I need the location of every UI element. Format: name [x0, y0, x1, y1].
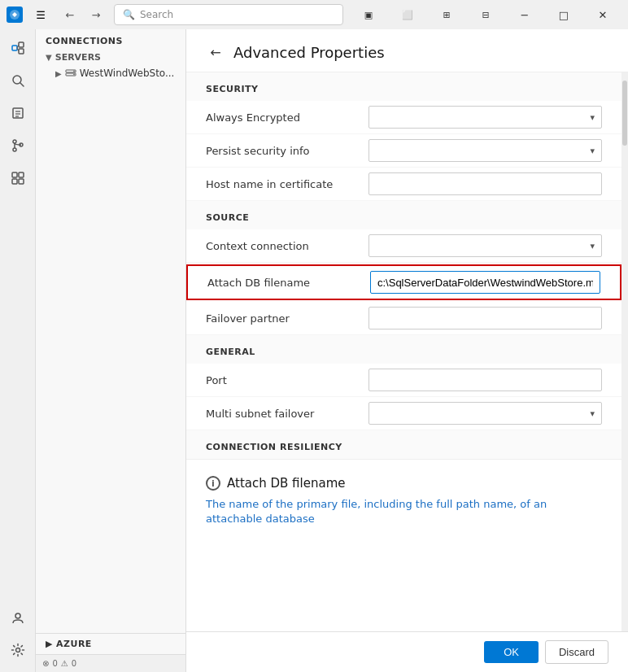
- always-encrypted-control: ▾: [369, 106, 602, 129]
- maximize-button[interactable]: □: [545, 0, 582, 29]
- git-activity-item[interactable]: [2, 130, 33, 161]
- azure-chevron-icon: ▶: [46, 639, 53, 649]
- layout-button[interactable]: ⊞: [428, 0, 465, 29]
- footer-bar: OK Discard: [186, 631, 628, 672]
- context-connection-select[interactable]: ▾: [369, 234, 602, 257]
- extensions-activity-item[interactable]: [2, 163, 33, 194]
- scrollbar[interactable]: [621, 72, 628, 631]
- info-icon-text: i: [212, 478, 215, 489]
- warning-icon: ⚠: [61, 659, 68, 668]
- info-section: i Attach DB filename The name of the pri…: [186, 459, 621, 539]
- grid-button[interactable]: ⊟: [467, 0, 504, 29]
- server-item[interactable]: ▶ WestWindWebSto...: [36, 65, 185, 81]
- discard-button[interactable]: Discard: [545, 640, 608, 664]
- servers-tree-item[interactable]: ▼ SERVERS: [36, 50, 185, 65]
- info-description: The name of the primary file, including …: [206, 497, 602, 526]
- always-encrypted-select[interactable]: ▾: [369, 106, 602, 129]
- servers-label: SERVERS: [55, 52, 101, 63]
- security-section-header: SECURITY: [186, 72, 621, 101]
- context-connection-label: Context connection: [206, 240, 369, 252]
- search-activity-item[interactable]: [2, 65, 33, 96]
- info-title-text: Attach DB filename: [227, 476, 345, 491]
- svg-point-13: [13, 148, 16, 151]
- error-count: 0: [52, 659, 57, 668]
- explorer-activity-item[interactable]: [2, 98, 33, 129]
- connections-activity-item[interactable]: [2, 33, 33, 63]
- server-chevron-icon: ▶: [55, 69, 62, 78]
- svg-rect-18: [19, 179, 24, 184]
- minimize-button[interactable]: −: [506, 0, 543, 29]
- hostname-certificate-label: Host name in certificate: [206, 178, 369, 190]
- hostname-certificate-input[interactable]: [369, 172, 602, 195]
- forward-nav-button[interactable]: →: [85, 3, 107, 26]
- context-connection-control: ▾: [369, 234, 602, 257]
- servers-chevron-icon: ▼: [46, 53, 52, 62]
- source-section-header: SOURCE: [186, 201, 621, 229]
- svg-rect-1: [12, 46, 17, 50]
- svg-rect-3: [19, 49, 24, 54]
- sidebar: CONNECTIONS ▼ SERVERS ▶ WestWindWebSto..…: [36, 29, 186, 672]
- general-section-header: GENERAL: [186, 335, 621, 364]
- hamburger-menu[interactable]: ☰: [29, 3, 52, 26]
- activity-bar-bottom: [2, 602, 33, 672]
- search-placeholder-text: Search: [140, 9, 173, 20]
- main-content: ← Advanced Properties SECURITY Always En…: [186, 29, 628, 672]
- page-title: Advanced Properties: [233, 44, 385, 61]
- always-encrypted-row: Always Encrypted ▾: [186, 101, 621, 134]
- persist-security-select[interactable]: ▾: [369, 139, 602, 162]
- svg-point-24: [73, 74, 75, 76]
- info-title-row: i Attach DB filename: [206, 476, 602, 491]
- activity-bar: [0, 29, 36, 672]
- failover-partner-input[interactable]: [369, 307, 602, 329]
- attach-db-filename-row: Attach DB filename: [186, 264, 621, 300]
- close-button[interactable]: ✕: [584, 0, 621, 29]
- context-connection-row: Context connection ▾: [186, 229, 621, 263]
- connection-resiliency-header: CONNECTION RESILIENCY: [186, 430, 621, 459]
- attach-db-filename-label: Attach DB filename: [207, 277, 370, 289]
- svg-rect-16: [19, 172, 24, 177]
- svg-point-20: [15, 648, 20, 652]
- port-input[interactable]: [369, 369, 602, 391]
- split-editor-button[interactable]: ⬜: [389, 0, 426, 29]
- azure-label: AZURE: [56, 639, 92, 649]
- always-encrypted-arrow-icon: ▾: [590, 112, 595, 123]
- search-bar[interactable]: 🔍 Search: [114, 4, 343, 25]
- multi-subnet-control: ▾: [369, 402, 602, 425]
- multi-subnet-label: Multi subnet failover: [206, 408, 369, 420]
- hostname-certificate-row: Host name in certificate: [186, 168, 621, 201]
- app-body: CONNECTIONS ▼ SERVERS ▶ WestWindWebSto..…: [0, 29, 628, 672]
- svg-rect-17: [12, 179, 17, 184]
- context-connection-arrow-icon: ▾: [590, 241, 595, 251]
- persist-security-arrow-icon: ▾: [590, 146, 595, 156]
- back-button[interactable]: ←: [206, 42, 225, 62]
- warning-count: 0: [72, 659, 76, 668]
- toggle-panel-button[interactable]: ▣: [350, 0, 387, 29]
- failover-partner-row: Failover partner: [186, 302, 621, 335]
- info-icon: i: [206, 476, 220, 491]
- svg-line-7: [20, 83, 24, 86]
- always-encrypted-label: Always Encrypted: [206, 111, 369, 124]
- failover-partner-control: [369, 307, 602, 329]
- port-control: [369, 369, 602, 391]
- azure-section[interactable]: ▶ AZURE: [36, 633, 185, 654]
- multi-subnet-select[interactable]: ▾: [369, 402, 602, 425]
- failover-partner-label: Failover partner: [206, 312, 369, 325]
- settings-activity-item[interactable]: [2, 635, 33, 665]
- svg-point-19: [15, 613, 20, 618]
- attach-db-filename-input[interactable]: [370, 271, 600, 294]
- server-name: WestWindWebSto...: [80, 68, 175, 79]
- svg-rect-2: [19, 42, 24, 47]
- account-activity-item[interactable]: [2, 602, 33, 633]
- nav-buttons: ← →: [59, 3, 107, 26]
- back-nav-button[interactable]: ←: [59, 3, 81, 26]
- form-scroll-container[interactable]: SECURITY Always Encrypted ▾ Persist secu…: [186, 72, 621, 631]
- attach-db-filename-control: [370, 271, 600, 294]
- connections-section-header: CONNECTIONS: [36, 29, 185, 50]
- persist-security-label: Persist security info: [206, 145, 369, 157]
- status-bar: ⊗ 0 ⚠ 0: [36, 654, 185, 672]
- ok-button[interactable]: OK: [484, 641, 539, 663]
- search-icon: 🔍: [123, 9, 135, 20]
- scroll-thumb: [622, 81, 627, 146]
- persist-security-row: Persist security info ▾: [186, 134, 621, 168]
- multi-subnet-arrow-icon: ▾: [590, 408, 595, 419]
